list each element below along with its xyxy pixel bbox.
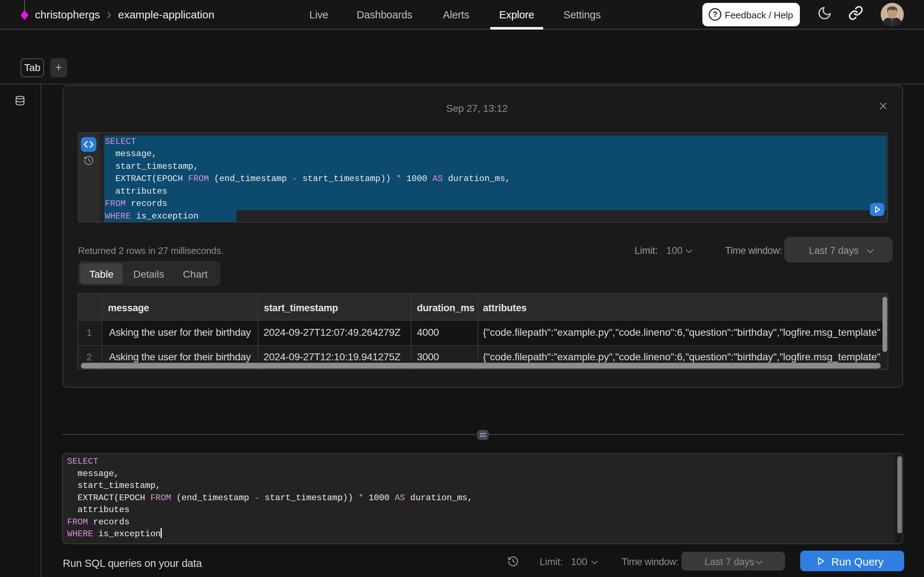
svg-text:?: ? <box>712 10 717 19</box>
